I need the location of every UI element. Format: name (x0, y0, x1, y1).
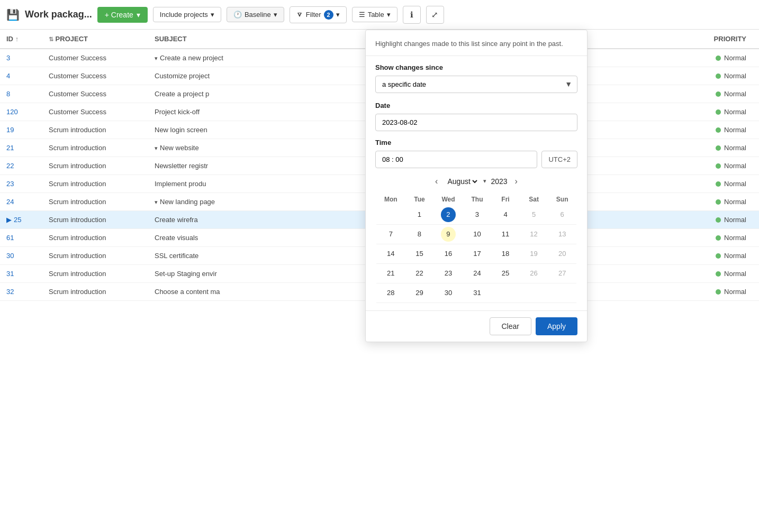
cal-day[interactable]: 21 (376, 263, 405, 283)
table-arrow: ▾ (387, 11, 391, 19)
cal-grid: MonTueWedThuFriSatSun 123456789101112131… (376, 194, 576, 301)
cal-day[interactable]: 14 (376, 244, 405, 263)
filter-label: Filter (306, 11, 321, 19)
cal-day (376, 205, 405, 225)
cal-day[interactable]: 29 (405, 283, 434, 301)
time-row: UTC+2 (375, 151, 577, 168)
cal-day[interactable]: 26 (520, 263, 548, 283)
time-section: Time UTC+2 (375, 139, 577, 168)
expand-icon: ⤢ (431, 10, 438, 20)
cal-day (491, 283, 520, 301)
cal-day[interactable]: 18 (491, 244, 520, 263)
cal-dropdown-icon: ▾ (483, 178, 486, 185)
baseline-label: Baseline (245, 11, 271, 19)
time-label: Time (375, 139, 577, 146)
cal-day[interactable]: 24 (463, 263, 492, 283)
cal-day[interactable]: 11 (491, 224, 520, 244)
cal-day[interactable]: 20 (548, 244, 576, 263)
create-dropdown-arrow: ▾ (137, 11, 140, 19)
expand-button[interactable]: ⤢ (426, 6, 444, 24)
date-label: Date (375, 102, 577, 109)
cal-weekday: Sun (548, 194, 576, 205)
include-projects-button[interactable]: Include projects ▾ (153, 7, 221, 22)
show-changes-label: Show changes since (375, 63, 577, 71)
cal-day (520, 283, 548, 301)
cal-weekday: Sat (520, 194, 548, 205)
popup-body: Show changes since a specific date yeste… (366, 56, 587, 301)
calendar: ‹ August ▾ 2023 › MonTueWedThuFriSatSun … (375, 176, 577, 301)
cal-day[interactable]: 10 (463, 224, 492, 244)
cal-day[interactable]: 1 (405, 205, 434, 225)
changes-since-select[interactable]: a specific date yesterday last week last… (375, 76, 577, 93)
header: 💾 Work packag... + Create ▾ Include proj… (0, 0, 759, 30)
table-icon: ☰ (359, 11, 365, 19)
filter-button[interactable]: ⛛ Filter 2 ▾ (290, 6, 347, 23)
select-wrapper: a specific date yesterday last week last… (375, 76, 577, 93)
cal-day[interactable]: 4 (491, 205, 520, 225)
filter-arrow: ▾ (336, 11, 340, 19)
cal-month-select[interactable]: August (445, 177, 479, 186)
include-projects-label: Include projects (160, 11, 208, 19)
cal-day[interactable]: 27 (548, 263, 576, 283)
cal-day[interactable]: 6 (548, 205, 576, 225)
baseline-button[interactable]: 🕐 Baseline ▾ (227, 7, 284, 22)
include-projects-arrow: ▾ (211, 11, 214, 19)
popup-description: Highlight changes made to this list sinc… (375, 39, 577, 49)
table-button[interactable]: ☰ Table ▾ (352, 7, 397, 22)
cal-day[interactable]: 9 (433, 224, 463, 244)
popup-overlay: Highlight changes made to this list sinc… (0, 30, 759, 301)
date-section: Date (375, 102, 577, 139)
cal-day[interactable]: 19 (520, 244, 548, 263)
cal-weekday: Fri (491, 194, 520, 205)
cal-weekday: Mon (376, 194, 405, 205)
cal-day[interactable]: 16 (433, 244, 463, 263)
cal-day[interactable]: 13 (548, 224, 576, 244)
date-input[interactable] (375, 114, 577, 131)
cal-weekday: Wed (433, 194, 463, 205)
cal-day[interactable]: 7 (376, 224, 405, 244)
popup-header: Highlight changes made to this list sinc… (366, 30, 587, 56)
main-content: ID ↑ ⇅ PROJECT SUBJECT PRIORITY 3Custome… (0, 30, 759, 301)
cal-day[interactable]: 25 (491, 263, 520, 283)
cal-day[interactable]: 31 (463, 283, 492, 301)
show-changes-section: Show changes since a specific date yeste… (375, 63, 577, 93)
cal-day[interactable]: 23 (433, 263, 463, 283)
cal-weekday: Thu (463, 194, 492, 205)
baseline-popup: Highlight changes made to this list sinc… (365, 30, 588, 301)
cal-day[interactable]: 5 (520, 205, 548, 225)
info-icon: ℹ (410, 10, 413, 20)
save-icon: 💾 (6, 8, 20, 21)
filter-icon: ⛛ (296, 11, 303, 19)
baseline-icon: 🕐 (233, 11, 242, 19)
cal-day[interactable]: 2 (433, 205, 463, 225)
cal-day[interactable]: 30 (433, 283, 463, 301)
filter-badge: 2 (324, 10, 333, 20)
cal-day[interactable]: 17 (463, 244, 492, 263)
timezone-badge: UTC+2 (541, 151, 577, 168)
cal-day[interactable]: 15 (405, 244, 434, 263)
table-label: Table (368, 11, 384, 19)
cal-day (548, 283, 576, 301)
page-title: Work packag... (25, 9, 92, 20)
create-button[interactable]: + Create ▾ (97, 7, 148, 23)
cal-day[interactable]: 22 (405, 263, 434, 283)
create-label: + Create (105, 11, 133, 19)
cal-day[interactable]: 28 (376, 283, 405, 301)
time-input[interactable] (375, 151, 537, 168)
cal-next-button[interactable]: › (512, 176, 521, 187)
cal-year: 2023 (491, 177, 507, 186)
cal-day[interactable]: 8 (405, 224, 434, 244)
baseline-arrow: ▾ (274, 11, 277, 19)
cal-nav: ‹ August ▾ 2023 › (376, 176, 576, 187)
cal-prev-button[interactable]: ‹ (432, 176, 441, 187)
info-button[interactable]: ℹ (403, 6, 421, 24)
cal-day[interactable]: 12 (520, 224, 548, 244)
cal-day[interactable]: 3 (463, 205, 492, 225)
cal-weekday: Tue (405, 194, 434, 205)
